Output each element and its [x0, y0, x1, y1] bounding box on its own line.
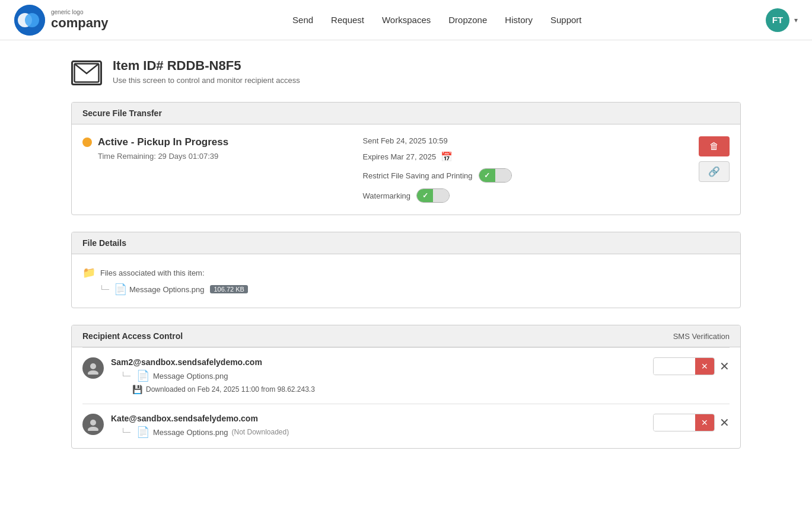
- expires-row: Expires Mar 27, 2025 📅: [363, 151, 565, 162]
- recipient-left-1: Sam2@sandbox.sendsafelydemo.com └─ 📄 Mes…: [82, 357, 315, 394]
- nav-request[interactable]: Request: [331, 15, 364, 25]
- recipient-main-2: Kate@sandbox.sendsafelydemo.com └─ 📄 Mes…: [82, 414, 730, 439]
- page-title-block: Item ID# RDDB-N8F5 Use this screen to co…: [113, 58, 300, 85]
- sms-clear-button-1[interactable]: ✕: [695, 358, 714, 375]
- envelope-icon: [71, 60, 102, 85]
- sms-clear-button-2[interactable]: ✕: [695, 414, 714, 431]
- recipient-access-body: Sam2@sandbox.sendsafelydemo.com └─ 📄 Mes…: [72, 347, 740, 448]
- recipient-info-2: Kate@sandbox.sendsafelydemo.com └─ 📄 Mes…: [111, 414, 289, 439]
- logo-small: generic logo: [51, 9, 109, 15]
- file-icon-r1: 📄: [136, 369, 149, 382]
- restrict-row: Restrict File Saving and Printing ✓: [363, 168, 565, 183]
- svg-point-2: [25, 13, 39, 27]
- recipient-access-section: Recipient Access Control SMS Verificatio…: [71, 325, 741, 449]
- delete-button[interactable]: 🗑: [699, 136, 730, 156]
- nav-dropzone[interactable]: Dropzone: [448, 15, 487, 25]
- status-right: 🗑 🔗: [699, 136, 730, 182]
- file-details-section: File Details 📁 Files associated with thi…: [71, 232, 741, 308]
- secure-file-transfer-header: Secure File Transfer: [72, 103, 740, 124]
- sms-input-1[interactable]: [654, 359, 695, 375]
- recipient-remove-button-1[interactable]: ✕: [719, 359, 730, 373]
- user-avatar-button[interactable]: FT: [766, 8, 789, 32]
- recipient-avatar-1: [82, 357, 104, 379]
- svg-point-4: [90, 363, 96, 369]
- svg-point-7: [88, 427, 98, 431]
- not-downloaded-label: (Not Downloaded): [231, 428, 289, 436]
- svg-rect-3: [75, 64, 99, 82]
- recipient-remove-button-2[interactable]: ✕: [719, 415, 730, 430]
- page-subtitle: Use this screen to control and monitor r…: [113, 76, 300, 85]
- status-panel: Active - Pickup In Progress Time Remaini…: [82, 136, 730, 203]
- sms-input-group-2: ✕: [653, 414, 715, 431]
- secure-file-transfer-body: Active - Pickup In Progress Time Remaini…: [72, 124, 740, 215]
- status-title: Active - Pickup In Progress: [82, 136, 228, 148]
- recipient-right-1: ✕ ✕: [653, 357, 730, 375]
- nav-support[interactable]: Support: [550, 15, 582, 25]
- logo-text: generic logo company: [51, 9, 109, 31]
- navbar-right: FT ▾: [766, 8, 798, 32]
- status-center: Sent Feb 24, 2025 10:59 Expires Mar 27, …: [363, 136, 565, 203]
- svg-point-5: [88, 370, 98, 375]
- sent-row: Sent Feb 24, 2025 10:59: [363, 136, 565, 145]
- file-details-header: File Details: [72, 232, 740, 254]
- watermark-toggle[interactable]: ✓: [416, 188, 450, 203]
- file-tree-child: └─ 📄 Message Options.png 106.72 KB: [99, 283, 730, 296]
- recipient-download-1: 💾 Downloaded on Feb 24, 2025 11:00 from …: [132, 385, 315, 394]
- file-tree: 📁 Files associated with this item: └─ 📄 …: [82, 266, 730, 296]
- recipient-row-2: Kate@sandbox.sendsafelydemo.com └─ 📄 Mes…: [82, 404, 730, 448]
- nav-send[interactable]: Send: [292, 15, 313, 25]
- link-button[interactable]: 🔗: [699, 161, 730, 182]
- nav-workspaces[interactable]: Workspaces: [382, 15, 431, 25]
- calendar-icon: 📅: [441, 151, 453, 162]
- status-dot: [82, 138, 92, 147]
- recipient-email-1: Sam2@sandbox.sendsafelydemo.com: [111, 357, 315, 367]
- logo-icon: [14, 5, 45, 36]
- file-tree-root: 📁 Files associated with this item:: [82, 266, 730, 279]
- recipient-avatar-2: [82, 414, 104, 435]
- recipient-file-2: └─ 📄 Message Options.png (Not Downloaded…: [120, 426, 289, 439]
- logo: generic logo company: [14, 5, 109, 36]
- tree-connector: └─: [99, 285, 109, 293]
- sms-verification-label: SMS Verification: [673, 332, 730, 341]
- watermark-row: Watermarking ✓: [363, 188, 565, 203]
- folder-icon: 📁: [82, 266, 95, 279]
- recipient-info-1: Sam2@sandbox.sendsafelydemo.com └─ 📄 Mes…: [111, 357, 315, 394]
- recipient-left-2: Kate@sandbox.sendsafelydemo.com └─ 📄 Mes…: [82, 414, 289, 439]
- recipient-files-2: └─ 📄 Message Options.png (Not Downloaded…: [111, 426, 289, 439]
- main-content: Item ID# RDDB-N8F5 Use this screen to co…: [0, 40, 812, 483]
- avatar-dropdown-arrow[interactable]: ▾: [794, 16, 798, 24]
- file-icon: 📄: [114, 283, 127, 296]
- nav-links: Send Request Workspaces Dropzone History…: [292, 15, 581, 25]
- svg-point-6: [90, 420, 96, 426]
- recipient-right-2: ✕ ✕: [653, 414, 730, 431]
- toggle-on-restrict: ✓: [479, 169, 495, 182]
- toggle-off-watermark: [433, 189, 449, 202]
- time-remaining: Time Remaining: 29 Days 01:07:39: [98, 152, 228, 161]
- page-title: Item ID# RDDB-N8F5: [113, 58, 300, 73]
- file-icon-r2: 📄: [136, 426, 149, 439]
- file-details-body: 📁 Files associated with this item: └─ 📄 …: [72, 254, 740, 308]
- recipient-email-2: Kate@sandbox.sendsafelydemo.com: [111, 414, 289, 423]
- logo-big: company: [51, 15, 109, 31]
- sms-input-group-1: ✕: [653, 357, 715, 375]
- navbar: generic logo company Send Request Worksp…: [0, 0, 812, 40]
- status-left: Active - Pickup In Progress Time Remaini…: [82, 136, 228, 161]
- sms-input-2[interactable]: [654, 415, 695, 431]
- file-size-badge: 106.72 KB: [210, 285, 247, 293]
- nav-history[interactable]: History: [505, 15, 533, 25]
- toggle-on-watermark: ✓: [417, 189, 433, 202]
- secure-file-transfer-section: Secure File Transfer Active - Pickup In …: [71, 102, 741, 215]
- recipient-main-1: Sam2@sandbox.sendsafelydemo.com └─ 📄 Mes…: [82, 357, 730, 394]
- download-icon-1: 💾: [132, 385, 142, 394]
- page-header: Item ID# RDDB-N8F5 Use this screen to co…: [71, 58, 741, 85]
- toggle-off-restrict: [495, 169, 511, 182]
- recipient-files-1: └─ 📄 Message Options.png 💾 Downloaded on…: [111, 369, 315, 394]
- recipient-file-1: └─ 📄 Message Options.png: [120, 369, 315, 382]
- restrict-toggle[interactable]: ✓: [479, 168, 512, 183]
- recipient-row-1: Sam2@sandbox.sendsafelydemo.com └─ 📄 Mes…: [82, 347, 730, 404]
- recipient-access-header: Recipient Access Control SMS Verificatio…: [72, 325, 740, 347]
